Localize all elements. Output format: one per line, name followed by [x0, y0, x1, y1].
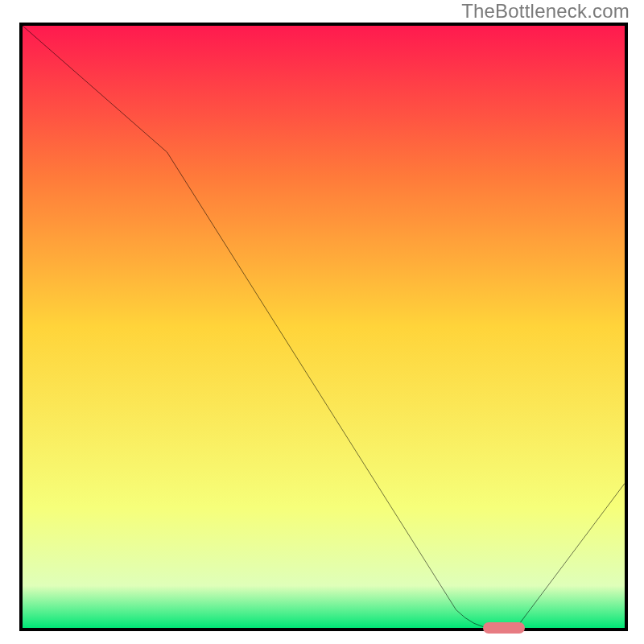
- watermark-text: TheBottleneck.com: [461, 0, 630, 23]
- bottleneck-curve: [23, 26, 625, 628]
- plot-area: [19, 23, 628, 631]
- optimum-pill: [483, 622, 525, 634]
